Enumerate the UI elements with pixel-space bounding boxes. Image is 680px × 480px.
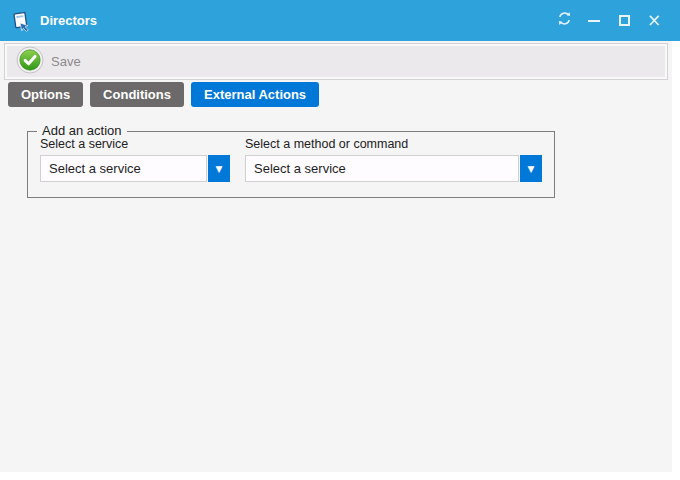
save-button[interactable]: Save [14, 44, 89, 80]
groupbox-title: Add an action [37, 123, 127, 138]
window-controls: × [549, 0, 669, 41]
method-dropdown-value: Select a service [245, 155, 519, 182]
tab-conditions-label: Conditions [103, 87, 171, 102]
method-field: Select a method or command Select a serv… [245, 137, 542, 182]
add-action-groupbox: Add an action Select a service Select a … [27, 131, 555, 198]
maximize-icon [619, 15, 630, 26]
save-icon [16, 46, 44, 78]
chevron-down-icon: ▼ [216, 164, 223, 174]
maximize-button[interactable] [609, 0, 639, 41]
groupbox-fields: Select a service Select a service ▼ Sele… [40, 137, 542, 182]
refresh-button[interactable] [549, 0, 579, 41]
tab-options-label: Options [21, 87, 70, 102]
tab-conditions[interactable]: Conditions [90, 82, 184, 107]
method-dropdown[interactable]: Select a service ▼ [245, 155, 542, 182]
service-dropdown[interactable]: Select a service ▼ [40, 155, 230, 182]
toolbar: Save [4, 43, 668, 80]
form-edit-icon [10, 10, 32, 32]
refresh-icon [557, 11, 572, 30]
minimize-icon [588, 20, 600, 22]
title-bar: Directors × [0, 0, 680, 41]
close-button[interactable]: × [639, 0, 669, 41]
window-title: Directors [40, 13, 97, 28]
service-field: Select a service Select a service ▼ [40, 137, 230, 182]
chevron-down-icon: ▼ [528, 164, 535, 174]
tab-external-actions-label: External Actions [204, 87, 306, 102]
method-label: Select a method or command [245, 137, 542, 151]
tab-external-actions[interactable]: External Actions [191, 82, 319, 107]
close-icon: × [647, 12, 661, 29]
service-dropdown-value: Select a service [40, 155, 207, 182]
method-dropdown-button[interactable]: ▼ [520, 155, 542, 182]
service-label: Select a service [40, 137, 230, 151]
window-body: Save Options Conditions External Actions… [0, 41, 672, 472]
service-dropdown-button[interactable]: ▼ [208, 155, 230, 182]
save-button-label: Save [51, 54, 81, 69]
minimize-button[interactable] [579, 0, 609, 41]
tab-options[interactable]: Options [8, 82, 83, 107]
directors-window: Directors × [0, 0, 680, 480]
tab-bar: Options Conditions External Actions [8, 82, 319, 107]
